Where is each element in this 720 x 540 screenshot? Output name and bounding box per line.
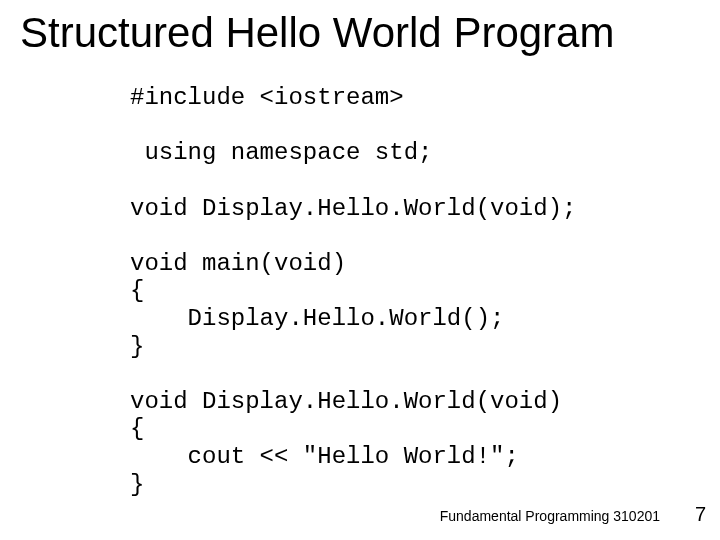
code-line: using namespace std; bbox=[130, 139, 432, 166]
code-block: #include <iostream> using namespace std;… bbox=[130, 84, 700, 498]
code-line: void Display.Hello.World(void); bbox=[130, 195, 576, 222]
footer-text: Fundamental Programming 310201 bbox=[440, 508, 660, 524]
code-line: { bbox=[130, 415, 144, 442]
slide-title: Structured Hello World Program bbox=[20, 10, 700, 56]
code-line: void Display.Hello.World(void) bbox=[130, 388, 562, 415]
code-line: cout << "Hello World!"; bbox=[130, 443, 519, 470]
code-line: } bbox=[130, 471, 144, 498]
code-line: #include <iostream> bbox=[130, 84, 404, 111]
code-line: } bbox=[130, 333, 144, 360]
code-line: { bbox=[130, 277, 144, 304]
code-line: void main(void) bbox=[130, 250, 346, 277]
page-number: 7 bbox=[695, 503, 706, 526]
code-line: Display.Hello.World(); bbox=[130, 305, 504, 332]
slide: Structured Hello World Program #include … bbox=[0, 0, 720, 540]
